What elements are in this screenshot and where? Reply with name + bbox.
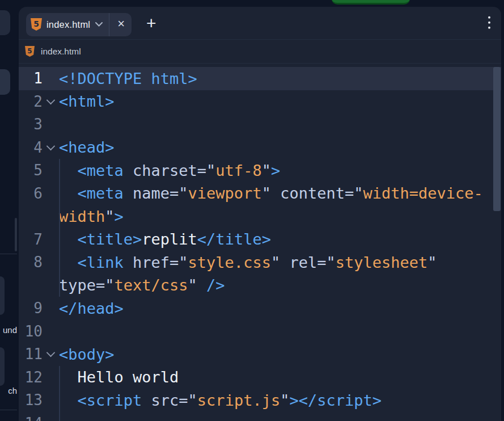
code-text: <!DOCTYPE html> [59, 67, 197, 90]
line-number: 10 [19, 323, 59, 340]
rail-item-label-partial[interactable]: und [0, 325, 17, 335]
code-line-wrap[interactable]: type="text/css" /> [19, 274, 501, 297]
indent-guide [59, 366, 60, 389]
indent-guide [59, 251, 60, 274]
rail-item-partial[interactable] [0, 69, 10, 95]
editor-scrollbar[interactable] [493, 67, 501, 211]
code-line[interactable]: 14 [19, 412, 501, 421]
breadcrumb[interactable]: 5 index.html [19, 40, 501, 64]
indent-guide [59, 389, 60, 412]
code-line[interactable]: 1<!DOCTYPE html> [19, 67, 501, 90]
line-number: 7 [19, 231, 59, 248]
code-text: <head> [59, 136, 115, 159]
code-text: </head> [59, 297, 124, 320]
code-line[interactable]: 13 <script src="script.js"></script> [19, 389, 501, 412]
html5-icon: 5 [25, 46, 35, 57]
code-text: <meta name="viewport" content="width=dev… [59, 182, 483, 205]
code-text: Hello world [59, 366, 179, 389]
code-text: width"> [59, 205, 124, 228]
line-number: 14 [19, 415, 59, 421]
line-number: 5 [19, 162, 59, 179]
code-line[interactable]: 9</head> [19, 297, 501, 320]
chevron-down-icon[interactable] [95, 22, 103, 27]
rail-divider [0, 254, 17, 254]
line-number: 13 [19, 391, 59, 409]
line-number: 1 [19, 70, 59, 87]
code-line[interactable]: 2<html> [19, 90, 501, 113]
kebab-menu-icon[interactable] [486, 14, 493, 31]
fold-chevron-icon[interactable] [46, 96, 56, 105]
code-text: <link href="style.css" rel="stylesheet" [59, 251, 437, 274]
line-number: 3 [19, 116, 59, 133]
rail-scrollbar[interactable] [15, 218, 17, 251]
close-tab-icon[interactable]: × [116, 18, 126, 31]
line-number: 11 [19, 346, 59, 363]
line-number: 2 [19, 93, 59, 110]
code-text: <script src="script.js"></script> [59, 389, 382, 412]
tab-separator [109, 13, 109, 36]
indent-guide [59, 412, 60, 421]
code-line[interactable]: 8 <link href="style.css" rel="stylesheet… [19, 251, 501, 274]
code-line[interactable]: 3 [19, 113, 501, 136]
indent-guide [59, 205, 60, 228]
run-button[interactable] [332, 0, 410, 5]
code-text: type="text/css" /> [59, 274, 225, 297]
rail-item-partial[interactable] [0, 276, 5, 315]
line-number: 9 [19, 300, 59, 317]
line-number: 4 [19, 139, 59, 156]
fold-chevron-icon[interactable] [46, 142, 56, 151]
html5-icon: 5 [31, 18, 42, 31]
code-line-wrap[interactable]: width"> [19, 205, 501, 228]
tab-bar: 5 index.html × + [19, 7, 501, 40]
code-rows: 1<!DOCTYPE html>2<html>34<head>5 <meta c… [19, 67, 501, 421]
line-number: 8 [19, 254, 59, 271]
rail-item-partial[interactable] [0, 10, 10, 35]
code-text: <body> [59, 343, 115, 366]
code-text: <meta charset="utf-8"> [59, 159, 280, 182]
code-text: <title>replit</title> [59, 228, 271, 251]
code-line[interactable]: 10 [19, 320, 501, 343]
code-editor[interactable]: 1<!DOCTYPE html>2<html>34<head>5 <meta c… [19, 64, 501, 421]
rail-item-partial[interactable] [0, 347, 5, 386]
code-text: <html> [59, 90, 115, 113]
code-line[interactable]: 12 Hello world [19, 366, 501, 389]
code-line[interactable]: 5 <meta charset="utf-8"> [19, 159, 501, 182]
rail-item-label-partial[interactable]: ch [0, 386, 17, 395]
code-line[interactable]: 4<head> [19, 136, 501, 159]
code-line[interactable]: 6 <meta name="viewport" content="width=d… [19, 182, 501, 205]
new-tab-button[interactable]: + [146, 15, 156, 34]
code-line[interactable]: 11<body> [19, 343, 501, 366]
line-number: 12 [19, 369, 59, 386]
indent-guide [59, 182, 60, 205]
indent-guide [59, 228, 60, 251]
code-line[interactable]: 7 <title>replit</title> [19, 228, 501, 251]
indent-guide [59, 274, 60, 297]
tab-index-html[interactable]: 5 index.html × [26, 13, 132, 36]
breadcrumb-file: index.html [41, 47, 81, 57]
indent-guide [59, 159, 60, 182]
line-number: 6 [19, 185, 59, 202]
editor-pane: 5 index.html × + 5 index.html 1<!DOCTYPE… [19, 7, 501, 421]
replit-workspace: und ch 5 index.html × + 5 index.html [0, 0, 504, 421]
fold-chevron-icon[interactable] [46, 348, 56, 357]
tab-label: index.html [46, 19, 90, 30]
rail-divider [0, 410, 17, 410]
